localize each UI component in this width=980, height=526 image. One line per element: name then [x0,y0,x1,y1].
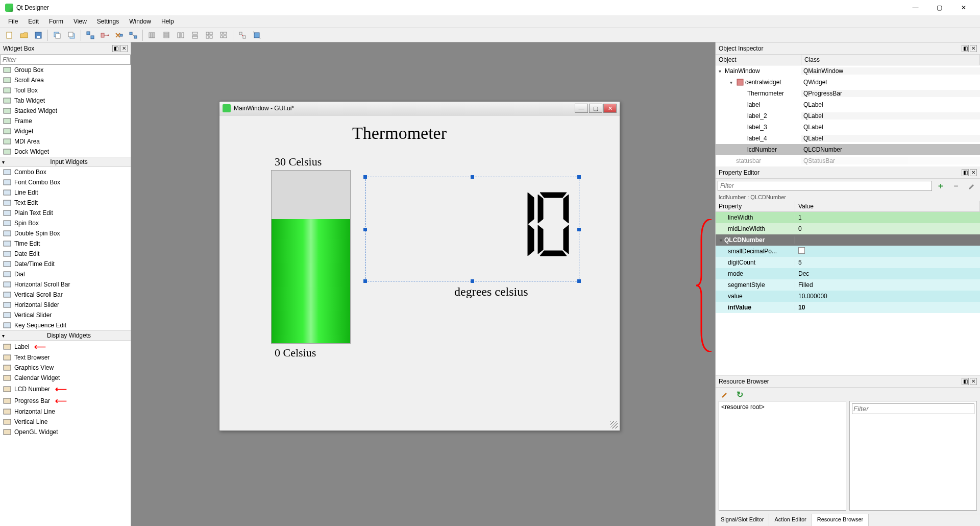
widget-item[interactable]: Vertical Line [0,417,131,427]
widget-item[interactable]: Line Edit [0,187,131,198]
widget-item[interactable]: OpenGL Widget [0,427,131,437]
widget-item[interactable]: Tool Box [0,85,131,95]
category-display-widgets[interactable]: ▾Display Widgets [0,330,131,341]
widget-item[interactable]: Time Edit [0,238,131,249]
widget-item[interactable]: Vertical Scroll Bar [0,290,131,300]
widget-item[interactable]: Dock Widget [0,147,131,157]
label-top[interactable]: 30 Celsius [275,155,322,169]
widget-item[interactable]: Widget [0,126,131,136]
resource-filter[interactable] [852,403,974,414]
save-button[interactable] [32,29,45,41]
design-canvas[interactable]: MainWindow - GUI.ui* — ▢ ✕ Thermometer 3… [131,42,715,526]
form-titlebar[interactable]: MainWindow - GUI.ui* — ▢ ✕ [219,102,620,115]
tab-signal-slot[interactable]: Signal/Slot Editor [716,514,769,526]
layout-vert-button[interactable] [160,29,173,41]
reload-resources-button[interactable]: ↻ [733,388,746,400]
thermometer-progressbar[interactable] [271,170,351,344]
widget-item[interactable]: Horizontal Scroll Bar [0,279,131,290]
tab-action-editor[interactable]: Action Editor [769,514,812,526]
edit-signals-button[interactable] [98,29,111,41]
widget-item[interactable]: Double Spin Box [0,228,131,238]
widget-item[interactable]: Date/Time Edit [0,259,131,269]
dock-close-button[interactable]: ✕ [970,378,977,385]
widget-item[interactable]: Font Combo Box [0,177,131,187]
new-form-button[interactable] [3,29,16,41]
resize-grip[interactable] [610,421,618,428]
form-close-button[interactable]: ✕ [603,104,617,113]
widget-item[interactable]: Frame [0,116,131,126]
tree-row[interactable]: Thermometer QProgressBar [716,88,980,99]
widget-box-list[interactable]: Group BoxScroll AreaTool BoxTab WidgetSt… [0,65,131,526]
lcd-number-widget[interactable] [365,177,579,281]
widget-item[interactable]: Text Edit [0,198,131,208]
dock-close-button[interactable]: ✕ [970,169,977,176]
tree-row[interactable]: label QLabel [716,99,980,110]
widget-item[interactable]: Progress Bar⟵ [0,395,131,407]
form-minimize-button[interactable]: — [575,104,588,113]
col-value[interactable]: Value [795,201,980,211]
tree-row[interactable]: lcdNumber QLCDNumber [716,144,980,155]
config-button[interactable] [965,180,978,192]
widget-item[interactable]: Vertical Slider [0,310,131,320]
widget-item[interactable]: Text Browser [0,352,131,363]
menu-view[interactable]: View [68,16,92,27]
widget-item[interactable]: Calendar Widget [0,373,131,383]
widget-item[interactable]: Horizontal Slider [0,300,131,310]
tree-row[interactable]: ▾centralwidget QWidget [716,77,980,88]
layout-hsplit-button[interactable] [174,29,187,41]
menu-form[interactable]: Form [44,16,68,27]
minimize-button[interactable]: — [904,1,927,15]
widget-item[interactable]: Group Box [0,65,131,75]
widget-item[interactable]: Plain Text Edit [0,208,131,218]
widget-item[interactable]: Scroll Area [0,75,131,85]
dock-float-button[interactable]: ◧ [112,45,119,52]
menu-help[interactable]: Help [156,16,179,27]
property-row[interactable]: lineWidth 1 [716,212,980,223]
label-bottom[interactable]: 0 Celsius [275,346,316,360]
label-unit[interactable]: degrees celsius [454,285,528,299]
layout-grid-button[interactable] [203,29,216,41]
label-heading[interactable]: Thermometer [352,124,447,143]
layout-horiz-button[interactable] [145,29,159,41]
widget-item[interactable]: Graphics View [0,363,131,373]
property-row[interactable]: ▾QLCDNumber [716,234,980,246]
category-input-widgets[interactable]: ▾Input Widgets [0,157,131,167]
tree-row[interactable]: label_4 QLabel [716,133,980,144]
remove-dynamic-prop-button[interactable]: － [949,180,963,192]
layout-vsplit-button[interactable] [188,29,202,41]
object-tree[interactable]: ▾MainWindow QMainWindow ▾centralwidget Q… [716,65,980,166]
widget-item[interactable]: Key Sequence Edit [0,320,131,330]
tree-row[interactable]: ▾MainWindow QMainWindow [716,65,980,77]
widget-item[interactable]: Tab Widget [0,95,131,106]
menu-file[interactable]: File [3,16,23,27]
edit-tab-order-button[interactable] [127,29,140,41]
bring-front-button[interactable] [65,29,78,41]
open-button[interactable] [17,29,31,41]
dock-close-button[interactable]: ✕ [970,45,977,52]
object-tree-header[interactable]: Object Class [716,55,980,65]
menu-edit[interactable]: Edit [23,16,44,27]
widget-box-filter[interactable] [0,55,131,65]
dock-float-button[interactable]: ◧ [962,45,969,52]
widget-item[interactable]: Dial [0,269,131,279]
add-dynamic-prop-button[interactable]: ＋ [934,180,947,192]
widget-item[interactable]: Spin Box [0,218,131,228]
property-table[interactable]: Property Value lineWidth 1 midLineWidth … [716,201,980,375]
resource-preview[interactable] [849,401,977,511]
widget-item[interactable]: Date Edit [0,249,131,259]
edit-resources-button[interactable] [718,388,731,400]
menu-window[interactable]: Window [124,16,156,27]
widget-item[interactable]: Horizontal Line [0,407,131,417]
maximize-button[interactable]: ▢ [928,1,951,15]
form-body[interactable]: Thermometer 30 Celsius 0 Celsius [219,115,620,431]
tree-row[interactable]: label_3 QLabel [716,122,980,133]
edit-widgets-button[interactable] [84,29,97,41]
dock-float-button[interactable]: ◧ [962,378,969,385]
form-window[interactable]: MainWindow - GUI.ui* — ▢ ✕ Thermometer 3… [219,101,620,431]
edit-buddies-button[interactable] [112,29,126,41]
property-filter[interactable] [718,181,932,191]
widget-item[interactable]: Stacked Widget [0,106,131,116]
checkbox[interactable] [798,247,805,254]
menu-settings[interactable]: Settings [92,16,124,27]
col-class[interactable]: Class [801,55,980,65]
